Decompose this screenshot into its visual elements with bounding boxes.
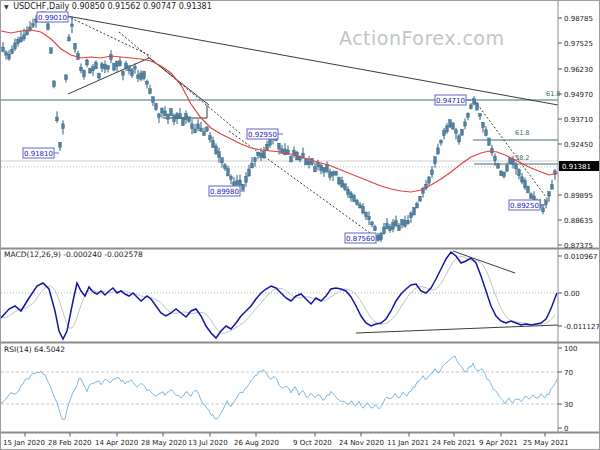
candle-body bbox=[170, 108, 173, 115]
candle-body bbox=[485, 130, 488, 136]
candle-body bbox=[359, 205, 362, 208]
candle-body bbox=[104, 64, 107, 69]
candle-body bbox=[146, 81, 149, 84]
candle-body bbox=[167, 115, 170, 120]
candle-body bbox=[149, 89, 152, 94]
rsi-line bbox=[1, 356, 557, 420]
candle-body bbox=[548, 191, 551, 196]
macd-main-line bbox=[1, 252, 557, 339]
symbol-dropdown-icon[interactable]: ▼ bbox=[4, 3, 9, 10]
rsi-axis-label: 70 bbox=[564, 369, 573, 377]
swing-label-text: 0.91810 bbox=[24, 150, 53, 158]
candle-body bbox=[185, 114, 188, 120]
dashed-trendline bbox=[229, 131, 381, 241]
candle-body bbox=[47, 24, 50, 29]
candle-body bbox=[545, 200, 548, 205]
price-axis-label: 0.97525 bbox=[564, 40, 593, 48]
candle-body bbox=[308, 161, 311, 165]
candle-body bbox=[284, 149, 287, 155]
candle-body bbox=[242, 184, 245, 189]
candle-body bbox=[323, 168, 326, 173]
candle-body bbox=[413, 207, 416, 215]
candle-body bbox=[497, 164, 500, 168]
candle-body bbox=[299, 157, 302, 160]
candle-body bbox=[506, 165, 509, 171]
candle-body bbox=[476, 103, 479, 110]
candle-body bbox=[404, 220, 407, 226]
candle-body bbox=[176, 114, 179, 118]
candle-body bbox=[488, 138, 491, 145]
candle-body bbox=[236, 181, 239, 185]
candle-body bbox=[251, 163, 254, 168]
candle-body bbox=[194, 129, 197, 133]
swing-label-text: 0.92950 bbox=[248, 131, 277, 139]
candle-body bbox=[290, 157, 293, 162]
macd-axis-label: -0.011127 bbox=[564, 323, 600, 331]
candle-body bbox=[14, 43, 17, 49]
candle-body bbox=[269, 140, 272, 145]
x-axis-label: 24 Feb 2021 bbox=[432, 439, 476, 447]
swing-label-text: 0.94710 bbox=[436, 97, 465, 105]
price-axis-label: 0.94970 bbox=[564, 91, 593, 99]
swing-label-text: 0.89980 bbox=[210, 188, 239, 196]
price-chart-canvas[interactable]: 0.987850.975250.962300.949700.937100.924… bbox=[1, 1, 600, 450]
swing-label-text: 0.89250 bbox=[510, 202, 539, 210]
candle-body bbox=[311, 158, 314, 164]
candle-body bbox=[134, 67, 137, 69]
candle-body bbox=[341, 181, 344, 188]
candle-body bbox=[440, 140, 443, 143]
candle-body bbox=[206, 127, 209, 131]
price-axis-label: 0.98785 bbox=[564, 15, 593, 23]
swing-label-text: 0.99010 bbox=[38, 14, 67, 22]
candle-body bbox=[365, 212, 368, 216]
candle-body bbox=[266, 144, 269, 150]
candle-body bbox=[332, 172, 335, 175]
candle-body bbox=[197, 124, 200, 128]
candle-body bbox=[107, 65, 110, 69]
candle-body bbox=[392, 222, 395, 229]
symbol-timeframe-label: USDCHF,Daily bbox=[13, 2, 69, 11]
macd-axis-label: 0.00 bbox=[564, 290, 580, 298]
candle-body bbox=[221, 158, 224, 163]
candle-body bbox=[23, 35, 26, 39]
candle-body bbox=[68, 37, 71, 41]
candle-body bbox=[350, 193, 353, 198]
candle-body bbox=[428, 177, 431, 183]
candle-body bbox=[80, 67, 83, 71]
candle-body bbox=[410, 213, 413, 218]
candle-body bbox=[164, 111, 167, 116]
candle-body bbox=[401, 220, 404, 225]
candle-body bbox=[131, 70, 134, 76]
candle-body bbox=[443, 131, 446, 136]
candle-body bbox=[395, 221, 398, 226]
candle-body bbox=[137, 75, 140, 78]
candle-body bbox=[305, 159, 308, 165]
candle-body bbox=[380, 234, 383, 240]
candle-body bbox=[314, 167, 317, 172]
candle-body bbox=[98, 73, 101, 78]
candle-body bbox=[257, 152, 260, 155]
candle-body bbox=[56, 117, 59, 121]
rsi-axis-label: 30 bbox=[564, 401, 573, 409]
candle-body bbox=[224, 165, 227, 169]
candle-body bbox=[143, 72, 146, 79]
candle-body bbox=[455, 130, 458, 133]
candle-body bbox=[161, 109, 164, 113]
rsi-indicator-label: RSI(14) 64.5042 bbox=[4, 345, 65, 354]
candle-body bbox=[122, 71, 125, 75]
candle-body bbox=[446, 126, 449, 132]
candle-body bbox=[461, 129, 464, 135]
candle-body bbox=[32, 24, 35, 26]
candle-body bbox=[74, 43, 77, 49]
candle-body bbox=[479, 114, 482, 117]
candle-body bbox=[263, 152, 266, 158]
candle-body bbox=[494, 156, 497, 160]
price-axis-label: 0.96230 bbox=[564, 66, 593, 74]
candle-body bbox=[491, 148, 494, 153]
candle-body bbox=[353, 196, 356, 202]
candle-body bbox=[464, 122, 467, 126]
candle-body bbox=[116, 61, 119, 66]
candle-body bbox=[467, 113, 470, 117]
candle-body bbox=[200, 128, 203, 131]
candle-body bbox=[434, 157, 437, 164]
